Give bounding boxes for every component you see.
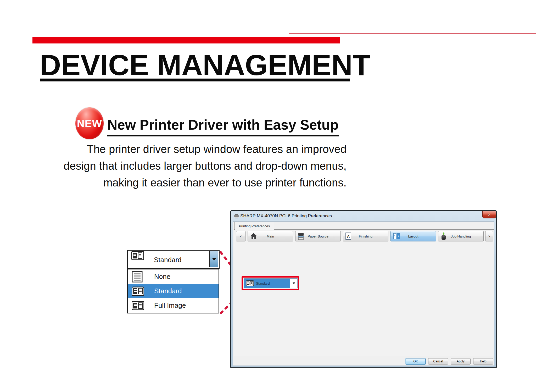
- callout-dropdown-button[interactable]: [209, 251, 218, 267]
- scroll-tabs-left-button[interactable]: <: [236, 231, 245, 241]
- booklet-icon: [132, 286, 144, 296]
- callout-booklet-combobox[interactable]: Standard: [127, 250, 220, 269]
- callout-combo-value: Standard: [154, 256, 182, 264]
- slide: DEVICE MANAGEMENT NEW New Printer Driver…: [0, 0, 536, 392]
- chevron-down-icon: [212, 258, 216, 261]
- callout-dropdown-list: None Standard Full Image: [127, 269, 219, 313]
- dropdown-option-label: None: [154, 273, 170, 281]
- lined-page-icon: [132, 271, 143, 283]
- paragraph-line: The printer driver setup window features…: [0, 141, 347, 158]
- chevron-right-icon: >: [488, 234, 490, 238]
- feature-paragraph: The printer driver setup window features…: [0, 141, 347, 191]
- tab-job-handling[interactable]: Job Handling: [438, 231, 484, 241]
- tab-label: Layout: [408, 234, 418, 238]
- tab-label: Printing Preferences: [239, 224, 270, 228]
- chevron-left-icon: <: [240, 234, 242, 238]
- new-badge-icon: NEW: [75, 107, 104, 139]
- paragraph-line: design that includes larger buttons and …: [0, 158, 347, 174]
- job-handling-icon: [441, 232, 446, 240]
- tab-layout-active[interactable]: 1 2 Layout: [390, 231, 436, 241]
- feature-heading: New Printer Driver with Easy Setup: [107, 117, 339, 136]
- layout-icon: 1 2: [393, 233, 400, 239]
- page-title: DEVICE MANAGEMENT: [40, 51, 370, 80]
- new-badge-label: NEW: [77, 118, 102, 129]
- home-icon: [250, 233, 257, 240]
- tab-paper-source[interactable]: Paper Source: [295, 231, 341, 241]
- ok-button[interactable]: OK: [406, 358, 426, 365]
- booklet-icon: [131, 251, 144, 261]
- dropdown-option-standard-selected[interactable]: Standard: [128, 284, 219, 298]
- chevron-down-icon: [293, 283, 295, 284]
- help-button[interactable]: Help: [473, 358, 493, 365]
- dropdown-option-label: Full Image: [154, 301, 186, 310]
- page-title-underline: [40, 79, 350, 81]
- tab-label: Main: [267, 234, 274, 238]
- dropdown-option-none[interactable]: None: [128, 269, 219, 284]
- booklet-value: Standard: [256, 281, 270, 285]
- scroll-tabs-right-button[interactable]: >: [485, 231, 493, 241]
- tab-label: Finishing: [359, 234, 372, 238]
- printer-icon: [234, 214, 239, 218]
- booklet-combobox[interactable]: Standard: [244, 278, 298, 288]
- tab-finishing[interactable]: A Finishing: [343, 231, 388, 241]
- paragraph-line: making it easier than ever to use printe…: [0, 174, 347, 191]
- dropdown-option-label: Standard: [154, 287, 182, 295]
- paper-source-icon: [298, 233, 304, 240]
- tab-label: Paper Source: [308, 234, 328, 238]
- tab-main[interactable]: Main: [248, 231, 293, 241]
- tab-printing-preferences[interactable]: Printing Preferences: [234, 222, 274, 230]
- printing-preferences-window: SHARP MX-4070N PCL6 Printing Preferences…: [230, 210, 497, 368]
- title-red-bar: [32, 37, 340, 43]
- tab-label: Job Handling: [451, 234, 471, 238]
- booklet-icon: [246, 280, 254, 286]
- top-thin-rule: [289, 33, 536, 34]
- apply-button[interactable]: Apply: [451, 358, 471, 365]
- finishing-icon: A: [345, 233, 351, 240]
- close-button[interactable]: ✕: [482, 211, 496, 218]
- close-icon: ✕: [488, 212, 491, 217]
- dropdown-option-full-image[interactable]: Full Image: [128, 298, 219, 313]
- cancel-button[interactable]: Cancel: [428, 358, 448, 365]
- booklet-icon: [132, 301, 144, 311]
- window-title: SHARP MX-4070N PCL6 Printing Preferences: [240, 213, 332, 219]
- tab-page-panel: [234, 229, 494, 356]
